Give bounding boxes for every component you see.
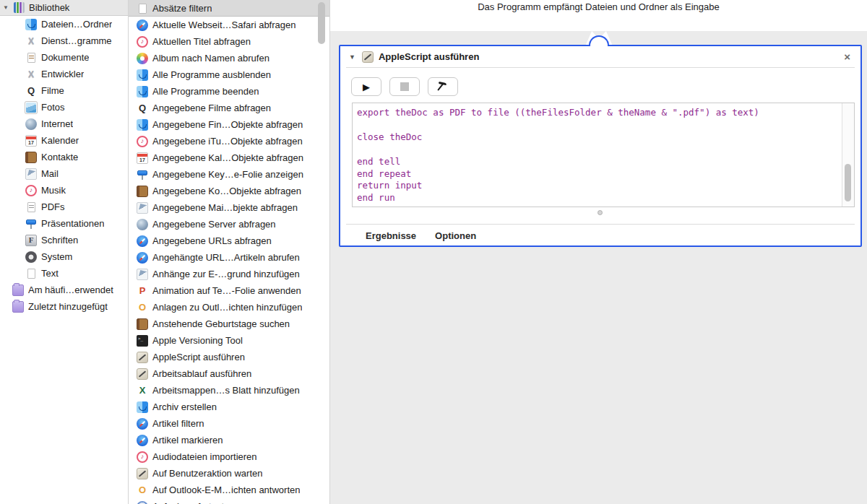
- stop-icon: [400, 82, 409, 91]
- workflow-panel: Das Programm empfängt Dateien und Ordner…: [330, 0, 867, 504]
- sidebar-item[interactable]: Text: [0, 265, 128, 282]
- library-category-list: Dateien…Ordner Dienst…gramme Dokumente E…: [0, 16, 128, 315]
- action-item[interactable]: Angegebene Filme abfragen: [129, 100, 329, 116]
- powerpoint-icon: [137, 285, 148, 297]
- code-editor[interactable]: export theDoc as PDF to file ((theFilesF…: [353, 103, 842, 207]
- action-item[interactable]: Alle Programme ausblenden: [129, 66, 329, 83]
- action-item[interactable]: Angegebene URLs abfragen: [129, 233, 329, 249]
- library-header[interactable]: ▼ Bibliothek: [0, 0, 128, 16]
- actions-scrollbar-thumb[interactable]: [318, 2, 325, 44]
- action-item[interactable]: Anstehende Geburtstage suchen: [129, 316, 329, 332]
- action-item[interactable]: Anhänge zur E-…grund hinzufügen: [129, 266, 329, 282]
- action-item[interactable]: Arbeitsablauf ausführen: [129, 365, 329, 382]
- tab-optionen[interactable]: Optionen: [435, 230, 476, 241]
- sidebar-item[interactable]: Fotos: [0, 99, 128, 116]
- stop-button[interactable]: [389, 77, 420, 96]
- action-item[interactable]: Apple Versioning Tool: [129, 332, 329, 349]
- sidebar-item[interactable]: Entwickler: [0, 66, 128, 82]
- sidebar-item[interactable]: Dienst…gramme: [0, 32, 128, 49]
- action-item[interactable]: Audiodateien importieren: [129, 448, 329, 465]
- disclosure-triangle-icon[interactable]: ▼: [3, 4, 12, 11]
- action-item[interactable]: Angegebene Ko…Objekte abfragen: [129, 183, 329, 199]
- sidebar-item[interactable]: Dokumente: [0, 49, 128, 66]
- sidebar-item[interactable]: Schriften: [0, 232, 128, 248]
- music-icon: [25, 185, 37, 196]
- excel-icon: [137, 385, 148, 396]
- action-item[interactable]: Angegebene Key…e-Folie anzeigen: [129, 166, 329, 183]
- action-item[interactable]: Artikel filtern: [129, 415, 329, 432]
- utilities-icon: [25, 69, 37, 80]
- action-item[interactable]: Aktuellen Titel abfragen: [129, 33, 329, 50]
- sidebar-item[interactable]: Mail: [0, 165, 128, 182]
- tab-ergebnisse[interactable]: Ergebnisse: [366, 230, 416, 241]
- action-item[interactable]: Angegebene Server abfragen: [129, 216, 329, 233]
- contacts-icon: [137, 318, 148, 330]
- text-icon: [137, 3, 148, 14]
- sidebar-item[interactable]: Filme: [0, 82, 128, 99]
- action-item[interactable]: Alle Programme beenden: [129, 83, 329, 100]
- library-header-label: Bibliothek: [29, 2, 69, 13]
- close-icon[interactable]: ×: [842, 51, 852, 63]
- input-connector-notch: [571, 31, 626, 45]
- finder-icon: [137, 69, 148, 81]
- sidebar-item[interactable]: PDFs: [0, 199, 128, 215]
- contacts-icon: [137, 186, 148, 197]
- sidebar-item[interactable]: Kalender: [0, 132, 128, 149]
- sidebar-item[interactable]: Zuletzt hinzugefügt: [0, 298, 128, 315]
- sidebar-item[interactable]: Internet: [0, 116, 128, 132]
- system-icon: [25, 251, 37, 263]
- internet-icon: [137, 219, 148, 230]
- action-block-title: AppleScript ausführen: [379, 51, 479, 62]
- disclosure-triangle-icon[interactable]: ▼: [349, 53, 355, 61]
- action-item[interactable]: Angegebene Mai…bjekte abfragen: [129, 199, 329, 216]
- action-item[interactable]: Aktuelle Webseit…Safari abfragen: [129, 17, 329, 33]
- resize-handle[interactable]: [598, 210, 603, 215]
- text-icon: [25, 268, 37, 279]
- finder-icon: [25, 19, 37, 30]
- action-item[interactable]: Angegebene Fin…Objekte abfragen: [129, 116, 329, 133]
- terminal-icon: [137, 335, 148, 347]
- hammer-icon: [437, 81, 449, 92]
- sidebar-item[interactable]: Am häufi…erwendet: [0, 282, 128, 298]
- smartfolder-icon: [12, 284, 24, 296]
- sidebar-item[interactable]: Dateien…Ordner: [0, 16, 128, 32]
- library-books-icon: [14, 2, 25, 13]
- pdf-icon: [25, 201, 37, 213]
- keynote-icon: [137, 169, 148, 181]
- action-item[interactable]: Anlagen zu Outl…ichten hinzufügen: [129, 299, 329, 316]
- code-editor-frame: export theDoc as PDF to file ((theFilesF…: [352, 103, 855, 207]
- fonts-icon: [25, 235, 37, 246]
- itunes-icon: [137, 136, 148, 147]
- run-button[interactable]: ▶: [351, 77, 381, 96]
- action-item[interactable]: Archiv erstellen: [129, 399, 329, 415]
- action-item[interactable]: Album nach Namen abrufen: [129, 50, 329, 66]
- action-item[interactable]: AppleScript ausführen: [129, 349, 329, 365]
- code-scrollbar-track[interactable]: [842, 103, 854, 207]
- sidebar-item[interactable]: Präsentationen: [0, 215, 128, 232]
- action-item[interactable]: Angegebene iTu…Objekte abfragen: [129, 133, 329, 149]
- itunes-icon: [137, 36, 148, 48]
- action-item[interactable]: Angehängte URL…Artikeln abrufen: [129, 249, 329, 266]
- sidebar-item[interactable]: Musik: [0, 182, 128, 199]
- action-item[interactable]: Auf Benutzeraktion warten: [129, 465, 329, 482]
- compile-button[interactable]: [428, 77, 458, 96]
- sidebar-item[interactable]: Kontakte: [0, 149, 128, 165]
- code-scrollbar-thumb[interactable]: [845, 164, 851, 201]
- action-item[interactable]: Aufnahme fortsetzen: [129, 498, 329, 504]
- action-item[interactable]: Absätze filtern: [129, 0, 329, 17]
- quicktime-icon: [137, 103, 148, 114]
- smartfolder-icon: [12, 301, 24, 313]
- play-icon: ▶: [363, 82, 370, 92]
- action-item[interactable]: Artikel markieren: [129, 432, 329, 448]
- action-item[interactable]: Auf Outlook-E-M…ichten antworten: [129, 482, 329, 498]
- applescript-action-block: ▼ AppleScript ausführen × ▶: [339, 45, 862, 247]
- photos-icon: [137, 53, 148, 64]
- action-item[interactable]: Angegebene Kal…Objekte abfragen: [129, 149, 329, 166]
- safari-icon: [137, 235, 148, 247]
- action-item[interactable]: Arbeitsmappen…s Blatt hinzufügen: [129, 382, 329, 399]
- action-item[interactable]: Animation auf Te…-Folie anwenden: [129, 282, 329, 299]
- action-block-header: ▼ AppleScript ausführen ×: [346, 46, 855, 68]
- internet-icon: [25, 118, 37, 130]
- photos-legacy-icon: [25, 102, 37, 113]
- sidebar-item[interactable]: System: [0, 248, 128, 265]
